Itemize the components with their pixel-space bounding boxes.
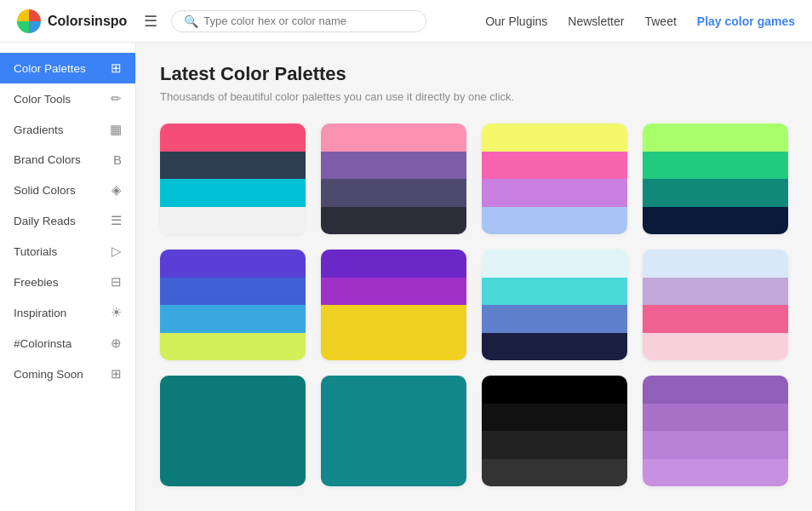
palette-card[interactable] xyxy=(321,250,466,360)
sidebar-item-daily-reads[interactable]: Daily Reads ☰ xyxy=(0,205,135,236)
palette-card[interactable] xyxy=(321,123,466,234)
color-swatch xyxy=(643,179,788,207)
color-swatch xyxy=(643,250,788,278)
color-swatch xyxy=(482,376,627,404)
palette-swatches xyxy=(160,123,306,234)
palette-card[interactable] xyxy=(643,250,788,360)
color-swatch xyxy=(160,123,306,152)
sidebar-label: Solid Colors xyxy=(14,184,76,197)
palette-card[interactable] xyxy=(160,250,306,360)
sidebar-label: Coming Soon xyxy=(14,368,83,381)
color-swatch xyxy=(482,179,627,207)
color-swatch xyxy=(643,278,788,306)
color-swatch xyxy=(482,333,627,361)
sidebar-icon: ▦ xyxy=(110,122,122,137)
color-swatch xyxy=(482,305,627,333)
palette-swatches xyxy=(160,376,306,486)
palette-swatches xyxy=(643,250,788,360)
sidebar-icon: ☰ xyxy=(111,213,122,228)
palette-card[interactable] xyxy=(482,123,627,234)
sidebar-label: Color Tools xyxy=(14,93,71,106)
nav-plugins[interactable]: Our Plugins xyxy=(485,14,547,28)
sidebar-item-gradients[interactable]: Gradients ▦ xyxy=(0,114,135,145)
color-swatch xyxy=(482,207,627,235)
palette-swatches xyxy=(643,123,788,234)
color-swatch xyxy=(643,207,788,235)
palette-swatches xyxy=(643,376,788,486)
color-swatch xyxy=(643,459,788,487)
palette-card[interactable] xyxy=(643,123,788,234)
color-swatch xyxy=(482,278,627,306)
palette-card[interactable] xyxy=(321,376,466,486)
palette-card[interactable] xyxy=(160,376,306,486)
palette-card[interactable] xyxy=(482,250,627,360)
header: Colorsinspo ☰ 🔍 Our Plugins Newsletter T… xyxy=(0,0,812,43)
search-input[interactable] xyxy=(203,14,414,27)
main-content: Latest Color Palettes Thousands of beaut… xyxy=(136,43,812,511)
color-swatch xyxy=(321,333,466,361)
sidebar-item-inspiration[interactable]: Inspiration ☀ xyxy=(0,297,135,328)
color-swatch xyxy=(643,333,788,361)
color-swatch xyxy=(321,250,466,278)
color-swatch xyxy=(321,431,466,459)
color-swatch xyxy=(160,431,306,459)
palette-card[interactable] xyxy=(160,123,306,234)
logo-text: Colorsinspo xyxy=(48,14,127,29)
nav-play[interactable]: Play color games xyxy=(697,14,795,28)
color-swatch xyxy=(482,459,627,487)
color-swatch xyxy=(160,278,306,306)
sidebar-label: Freebies xyxy=(14,276,59,289)
color-swatch xyxy=(643,152,788,180)
nav-newsletter[interactable]: Newsletter xyxy=(568,14,624,28)
color-swatch xyxy=(321,278,466,306)
color-swatch xyxy=(160,404,306,432)
color-swatch xyxy=(160,376,306,404)
color-swatch xyxy=(643,431,788,459)
color-swatch xyxy=(321,459,466,487)
search-bar: 🔍 xyxy=(171,10,426,32)
color-swatch xyxy=(321,404,466,432)
sidebar-item-colorinsta[interactable]: #Colorinsta ⊕ xyxy=(0,328,135,359)
color-swatch xyxy=(643,376,788,404)
color-swatch xyxy=(321,305,466,333)
sidebar-item-solid-colors[interactable]: Solid Colors ◈ xyxy=(0,175,135,205)
sidebar-label: Daily Reads xyxy=(14,215,76,227)
palette-swatches xyxy=(482,376,627,486)
color-swatch xyxy=(321,152,466,180)
sidebar-item-brand-colors[interactable]: Brand Colors B xyxy=(0,145,135,175)
color-swatch xyxy=(482,431,627,459)
sidebar-item-coming-soon[interactable]: Coming Soon ⊞ xyxy=(0,359,135,389)
sidebar-label: Gradients xyxy=(14,123,64,136)
color-swatch xyxy=(160,250,306,278)
hamburger-icon[interactable]: ☰ xyxy=(144,12,157,31)
sidebar-label: #Colorinsta xyxy=(14,337,71,350)
sidebar-icon: ⊞ xyxy=(111,60,122,76)
color-swatch xyxy=(482,152,627,180)
color-swatch xyxy=(321,376,466,404)
sidebar-icon: ⊞ xyxy=(111,366,122,382)
sidebar-icon: ⊕ xyxy=(111,336,122,351)
logo[interactable]: Colorsinspo xyxy=(17,9,127,33)
nav-tweet[interactable]: Tweet xyxy=(644,14,676,28)
color-swatch xyxy=(643,305,788,333)
palette-swatches xyxy=(321,250,466,360)
palette-swatches xyxy=(160,250,306,360)
palette-card[interactable] xyxy=(643,376,788,486)
palette-swatches xyxy=(321,123,466,234)
sidebar-item-tutorials[interactable]: Tutorials ▷ xyxy=(0,236,135,267)
palette-grid xyxy=(160,123,788,486)
sidebar-label: Inspiration xyxy=(14,307,66,319)
sidebar: Color Palettes ⊞ Color Tools ✏ Gradients… xyxy=(0,43,136,511)
palette-swatches xyxy=(482,250,627,360)
color-swatch xyxy=(160,459,306,487)
color-swatch xyxy=(321,207,466,235)
color-swatch xyxy=(160,305,306,333)
logo-icon xyxy=(17,9,41,33)
palette-card[interactable] xyxy=(482,376,627,486)
sidebar-item-color-tools[interactable]: Color Tools ✏ xyxy=(0,83,135,114)
color-swatch xyxy=(482,404,627,432)
color-swatch xyxy=(160,179,306,207)
sidebar-item-freebies[interactable]: Freebies ⊟ xyxy=(0,267,135,297)
page-title: Latest Color Palettes xyxy=(160,63,788,85)
sidebar-item-color-palettes[interactable]: Color Palettes ⊞ xyxy=(0,53,135,83)
